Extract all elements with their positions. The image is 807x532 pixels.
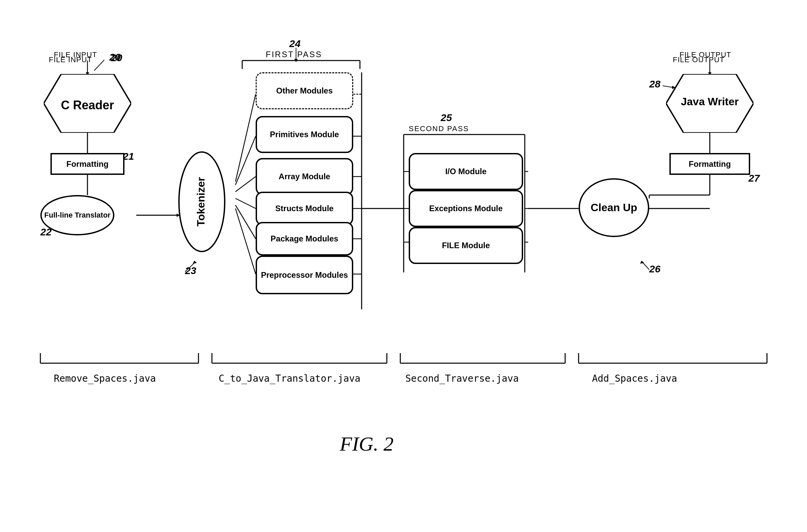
svg-text:Add_Spaces.java: Add_Spaces.java <box>592 373 677 384</box>
svg-text:FIRST PASS: FIRST PASS <box>266 50 322 59</box>
svg-line-26 <box>236 205 256 239</box>
file-module-node: FILE Module <box>409 227 523 264</box>
svg-line-25 <box>236 198 256 209</box>
svg-line-22 <box>236 94 256 182</box>
preprocessor-modules-node: Preprocessor Modules <box>256 255 353 294</box>
ref-20: 20 <box>111 52 122 63</box>
structs-module-node: Structs Module <box>256 192 353 225</box>
svg-line-4 <box>94 60 104 71</box>
svg-text:Remove_Spaces.java: Remove_Spaces.java <box>54 373 156 384</box>
svg-line-24 <box>236 176 256 192</box>
svg-text:Tokenizer: Tokenizer <box>195 177 207 227</box>
svg-line-12 <box>185 262 195 272</box>
array-module-node: Array Module <box>256 158 353 195</box>
svg-text:Java Writer: Java Writer <box>681 95 739 108</box>
io-module-node: I/O Module <box>409 153 523 190</box>
svg-marker-63 <box>640 261 644 264</box>
svg-text:FIG. 2: FIG. 2 <box>339 433 394 455</box>
exceptions-module-node: Exceptions Module <box>409 190 523 227</box>
svg-text:26: 26 <box>649 263 661 274</box>
full-line-translator-node: Full-line Translator <box>40 195 114 235</box>
svg-text:23: 23 <box>185 265 196 276</box>
other-modules-node: Other Modules <box>256 72 353 109</box>
svg-text:C_to_Java_Translator.java: C_to_Java_Translator.java <box>219 373 360 384</box>
svg-line-62 <box>642 262 649 270</box>
file-output-label: FILE OUTPUT <box>673 56 725 64</box>
java-writer-node: Java Writer <box>666 74 753 133</box>
svg-text:25: 25 <box>440 112 452 123</box>
svg-line-23 <box>236 136 256 185</box>
svg-text:28: 28 <box>649 78 661 90</box>
svg-marker-21 <box>294 59 298 62</box>
c-reader-node: C Reader <box>44 74 131 133</box>
formatting-right-node: Formatting <box>670 153 750 175</box>
svg-text:Second_Traverse.java: Second_Traverse.java <box>405 373 519 384</box>
svg-text:C Reader: C Reader <box>61 98 114 112</box>
svg-text:24: 24 <box>289 38 301 49</box>
formatting-left-node: Formatting <box>51 153 125 175</box>
package-modules-node: Package Modules <box>256 222 353 255</box>
file-input-label: FILE INPUT <box>49 56 92 64</box>
tokenizer-node: Tokenizer <box>178 151 225 252</box>
clean-up-node: Clean Up <box>579 178 649 237</box>
svg-marker-13 <box>193 261 197 264</box>
svg-line-27 <box>236 209 256 274</box>
svg-text:SECOND PASS: SECOND PASS <box>409 125 469 133</box>
primitives-module-node: Primitives Module <box>256 116 353 153</box>
